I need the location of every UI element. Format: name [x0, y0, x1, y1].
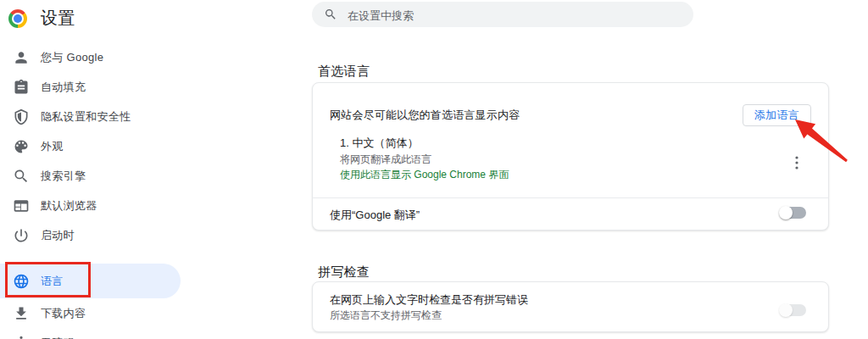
sidebar-item-search-engine[interactable]: 搜索引擎 [0, 161, 181, 191]
google-translate-label: 使用“Google 翻译” [330, 208, 420, 223]
sidebar-item-label: 下载内容 [41, 306, 86, 321]
toggle-knob [779, 303, 793, 317]
search-icon [13, 168, 30, 185]
settings-content: 首选语言 网站会尽可能以您的首选语言显示内容 添加语言 1. 中文（简体） 将网… [312, 0, 829, 339]
google-translate-toggle[interactable] [781, 207, 806, 219]
settings-search-bar[interactable] [312, 2, 693, 27]
globe-icon [13, 273, 30, 290]
sidebar-item-label: 默认浏览器 [41, 198, 97, 214]
sidebar-item-label: 语言 [41, 274, 64, 289]
sidebar-item-downloads[interactable]: 下载内容 [0, 298, 181, 328]
person-icon [13, 49, 30, 66]
sidebar-item-you-and-google[interactable]: 您与 Google [0, 42, 181, 72]
sidebar-item-on-startup[interactable]: 启动时 [0, 220, 181, 250]
sidebar-item-default-browser[interactable]: 默认浏览器 [0, 191, 181, 220]
language-display-link[interactable]: 使用此语言显示 Google Chrome 界面 [340, 167, 509, 183]
spellcheck-row-title: 在网页上输入文字时检查是否有拼写错误 [330, 292, 528, 308]
sidebar-item-languages[interactable]: 语言 [0, 264, 181, 298]
section-heading-preferred-languages: 首选语言 [318, 64, 370, 80]
browser-icon [13, 197, 30, 214]
section-heading-spellcheck: 拼写检查 [318, 264, 370, 281]
sidebar-spacer [0, 250, 181, 264]
spellcheck-card: 在网页上输入文字时检查是否有拼写错误 所选语言不支持拼写检查 [312, 281, 829, 332]
spellcheck-row-subtitle: 所选语言不支持拼写检查 [330, 308, 442, 323]
sidebar-item-privacy-security[interactable]: 隐私设置和安全性 [0, 102, 181, 131]
settings-sidebar: 您与 Google 自动填充 隐私设置和安全性 外观 搜索引擎 [0, 42, 181, 339]
toggle-knob [779, 206, 793, 220]
language-name: 1. 中文（简体） [340, 136, 509, 152]
sidebar-item-label: 无障碍 [41, 336, 75, 339]
accessibility-icon [13, 335, 30, 339]
chrome-logo-icon [8, 9, 27, 28]
sidebar-item-label: 自动填充 [41, 80, 86, 95]
add-language-button[interactable]: 添加语言 [743, 104, 811, 126]
sidebar-item-label: 外观 [41, 139, 64, 154]
sidebar-item-label: 搜索引擎 [41, 169, 86, 184]
sidebar-item-label: 您与 Google [41, 50, 103, 65]
preferred-languages-card: 网站会尽可能以您的首选语言显示内容 添加语言 1. 中文（简体） 将网页翻译成此… [312, 82, 829, 231]
app-header: 设置 [8, 7, 75, 30]
language-list-item: 1. 中文（简体） 将网页翻译成此语言 使用此语言显示 Google Chrom… [340, 136, 509, 183]
sidebar-item-label: 启动时 [41, 228, 75, 243]
search-input[interactable] [346, 2, 680, 29]
sidebar-item-appearance[interactable]: 外观 [0, 131, 181, 161]
card-divider [313, 197, 828, 198]
search-icon [324, 8, 337, 21]
languages-description: 网站会尽可能以您的首选语言显示内容 [330, 108, 520, 123]
spellcheck-toggle [781, 304, 806, 316]
autofill-icon [13, 79, 30, 96]
page-title: 设置 [41, 7, 75, 30]
sidebar-item-autofill[interactable]: 自动填充 [0, 72, 181, 102]
sidebar-item-accessibility[interactable]: 无障碍 [0, 328, 181, 339]
palette-icon [13, 138, 30, 155]
kebab-menu-icon [790, 159, 804, 172]
shield-icon [13, 108, 30, 125]
download-icon [13, 305, 30, 322]
chrome-settings-page: 设置 您与 Google 自动填充 隐私设置和安全性 外观 [0, 0, 868, 339]
language-more-actions-button[interactable] [790, 156, 804, 170]
power-icon [13, 227, 30, 244]
language-translate-hint: 将网页翻译成此语言 [340, 152, 509, 168]
sidebar-item-label: 隐私设置和安全性 [41, 109, 131, 125]
